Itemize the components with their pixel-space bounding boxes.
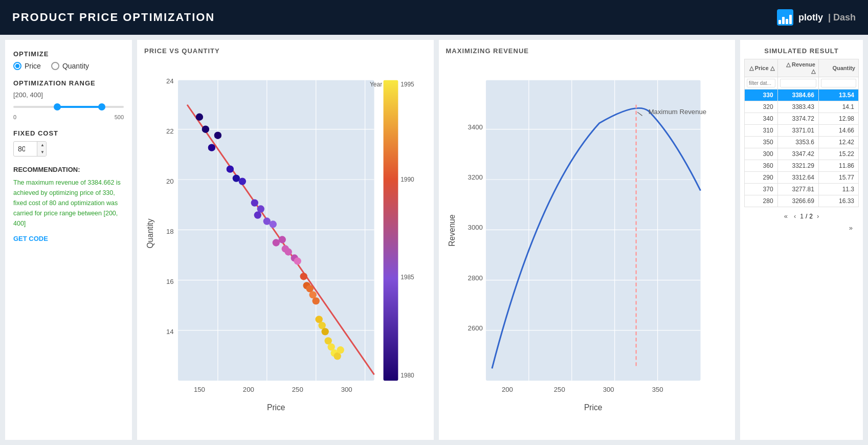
first-page-btn[interactable]: «: [782, 211, 790, 221]
svg-text:3200: 3200: [468, 173, 482, 181]
cell-revenue-3: 3371.01: [777, 125, 818, 137]
cell-revenue-7: 3312.64: [777, 172, 818, 184]
cell-price-7: 290: [745, 172, 778, 184]
svg-point-14: [214, 132, 221, 139]
svg-point-18: [251, 199, 258, 206]
fixed-cost-section: FIXED COST ▲ ▼: [13, 129, 124, 157]
plotly-logo: plotly | Dash: [777, 9, 856, 26]
main-content: OPTIMIZE Price Quantity OPTIMIZATION RAN…: [0, 35, 868, 445]
filter-quantity: [818, 77, 858, 90]
svg-text:1990: 1990: [400, 176, 414, 183]
page-total: 2: [809, 213, 813, 220]
optimize-label: OPTIMIZE: [13, 50, 124, 58]
slider-labels: 0 500: [13, 114, 124, 120]
cell-revenue-5: 3347.42: [777, 148, 818, 160]
col-revenue[interactable]: △ Revenue △: [777, 59, 818, 77]
fixed-cost-label: FIXED COST: [13, 129, 124, 137]
svg-text:14: 14: [166, 328, 174, 336]
filter-revenue-input[interactable]: [780, 79, 816, 87]
slider-thumb-left[interactable]: [54, 103, 61, 110]
radio-price-circle: [13, 62, 21, 70]
prev-page-btn[interactable]: ‹: [792, 211, 798, 221]
pagination: « ‹ 1 / 2 ›: [744, 211, 859, 221]
svg-text:24: 24: [166, 77, 174, 85]
svg-rect-0: [178, 80, 374, 381]
cell-price-0: 330: [745, 90, 778, 101]
filter-price-input[interactable]: [747, 79, 775, 87]
radio-price[interactable]: Price: [13, 62, 41, 70]
cell-revenue-8: 3277.81: [777, 184, 818, 195]
next-page-btn[interactable]: ›: [815, 211, 821, 221]
bar4: [789, 15, 792, 24]
svg-text:1980: 1980: [400, 372, 414, 379]
svg-text:350: 350: [652, 386, 663, 393]
spinner-up[interactable]: ▲: [37, 142, 47, 149]
slider-min: 0: [13, 114, 16, 120]
slider-fill: [57, 106, 101, 108]
table-row: 3403374.7212.98: [745, 113, 859, 125]
get-code-link[interactable]: GET CODE: [13, 235, 124, 242]
cell-quantity-2: 12.98: [818, 113, 858, 125]
svg-text:Year: Year: [370, 81, 382, 88]
range-slider[interactable]: [13, 102, 124, 112]
slider-thumb-right[interactable]: [98, 103, 105, 110]
filter-revenue: [777, 77, 818, 90]
range-display: [200, 400]: [13, 91, 124, 99]
recommendation-text: The maximum revenue of 3384.662 is achie…: [13, 177, 124, 229]
filter-quantity-input[interactable]: [821, 79, 856, 87]
fixed-cost-input[interactable]: [14, 143, 37, 155]
table-row: 3503353.612.42: [745, 137, 859, 148]
svg-point-11: [196, 114, 203, 121]
optimization-range-section: OPTIMIZATION RANGE [200, 400] 0 500: [13, 79, 124, 120]
cell-price-8: 370: [745, 184, 778, 195]
radio-group: Price Quantity: [13, 62, 124, 70]
col-price[interactable]: △ Price △: [745, 59, 778, 77]
pvq-svg: 24 22 20 18 16 14 150 200 250 300 Price …: [144, 59, 427, 433]
svg-text:1995: 1995: [400, 81, 414, 88]
filter-price: [745, 77, 778, 90]
slider-max: 500: [115, 114, 124, 120]
spinner-down[interactable]: ▼: [37, 149, 47, 156]
svg-point-28: [294, 257, 301, 264]
table-row: 3103371.0114.66: [745, 125, 859, 137]
optimize-section: OPTIMIZE Price Quantity: [13, 50, 124, 70]
table-row: 3003347.4215.22: [745, 148, 859, 160]
radio-quantity[interactable]: Quantity: [51, 62, 89, 70]
svg-point-29: [300, 273, 307, 280]
sim-table-body: 3303384.6613.543203383.4314.13403374.721…: [745, 90, 859, 207]
mr-title: MAXIMIZING REVENUE: [446, 47, 728, 55]
svg-point-24: [279, 236, 286, 243]
table-row: 3203383.4314.1: [745, 101, 859, 113]
svg-text:Revenue: Revenue: [447, 214, 456, 246]
svg-text:2800: 2800: [468, 274, 482, 282]
cell-quantity-3: 14.66: [818, 125, 858, 137]
table-row: 2903312.6415.77: [745, 172, 859, 184]
page-current: 1: [800, 213, 804, 220]
cell-revenue-1: 3383.43: [777, 101, 818, 113]
recommendation-section: RECOMMENDATION: The maximum revenue of 3…: [13, 166, 124, 430]
svg-point-41: [337, 346, 344, 353]
cell-quantity-6: 11.86: [818, 160, 858, 172]
cell-revenue-0: 3384.66: [777, 90, 818, 101]
cell-quantity-1: 14.1: [818, 101, 858, 113]
table-row: 2803266.6916.33: [745, 195, 859, 207]
svg-text:Quantity: Quantity: [146, 218, 154, 248]
cell-revenue-9: 3266.69: [777, 195, 818, 207]
pvq-chart-area: 24 22 20 18 16 14 150 200 250 300 Price …: [144, 59, 427, 433]
table-header-row: △ Price △ △ Revenue △ Quantity: [745, 59, 859, 77]
max-revenue-panel: MAXIMIZING REVENUE Maxim: [439, 40, 736, 440]
last-btn-container: »: [744, 223, 859, 233]
cell-price-2: 340: [745, 113, 778, 125]
radio-quantity-circle: [51, 62, 59, 70]
range-label: OPTIMIZATION RANGE: [13, 79, 124, 87]
col-quantity[interactable]: Quantity: [818, 59, 858, 77]
fixed-cost-input-group[interactable]: ▲ ▼: [13, 141, 47, 157]
price-vs-quantity-panel: PRICE VS QUANTITY: [137, 40, 434, 440]
cell-quantity-7: 15.77: [818, 172, 858, 184]
last-page-btn[interactable]: »: [847, 223, 855, 233]
svg-point-17: [239, 177, 246, 185]
svg-text:250: 250: [553, 386, 565, 393]
svg-rect-60: [485, 80, 700, 381]
svg-text:18: 18: [166, 228, 174, 235]
svg-text:22: 22: [166, 127, 174, 135]
